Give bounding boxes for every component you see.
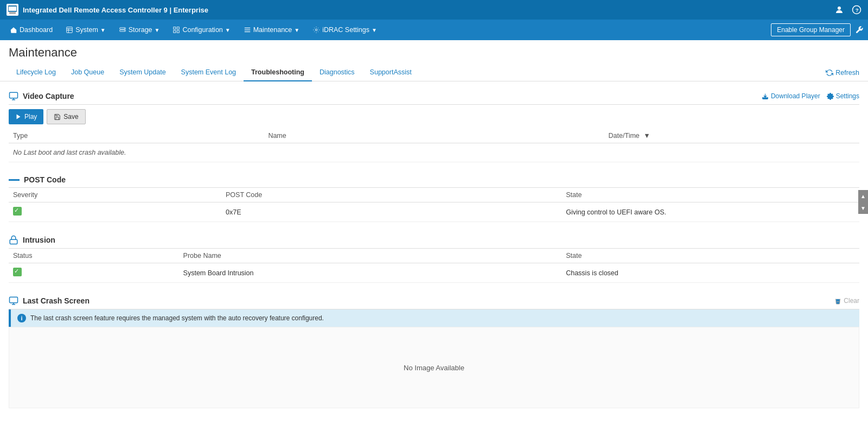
- page-title: Maintenance: [9, 46, 859, 60]
- svg-rect-17: [177, 30, 180, 33]
- intrusion-header: Intrusion: [9, 232, 859, 249]
- intrusion-title: Intrusion: [23, 236, 55, 244]
- nav-items: Dashboard System ▼ Storage ▼ Configurati…: [4, 20, 382, 40]
- top-bar: Integrated Dell Remote Access Controller…: [0, 0, 868, 20]
- svg-rect-16: [174, 30, 176, 33]
- video-capture-table: Type Name Date/Time ▼ No Last boot and l…: [9, 129, 859, 162]
- user-icon[interactable]: [834, 5, 844, 15]
- intrusion-probe: System Board Intrusion: [179, 263, 562, 283]
- nav-system[interactable]: System ▼: [60, 20, 111, 40]
- storage-icon: [119, 26, 126, 34]
- svg-rect-1: [9, 12, 16, 14]
- idrac-dropdown-icon: ▼: [372, 27, 377, 33]
- content-area: Video Capture Download Player Settings: [0, 81, 868, 424]
- post-code-title: POST Code: [24, 175, 66, 184]
- monitor-icon: [9, 91, 18, 101]
- col-postcode-header: POST Code: [221, 188, 561, 202]
- svg-rect-6: [67, 27, 73, 33]
- video-capture-buttons: Play Save: [9, 105, 859, 129]
- nav-bar: Dashboard System ▼ Storage ▼ Configurati…: [0, 20, 868, 40]
- clear-icon: [834, 298, 841, 305]
- video-capture-title: Video Capture: [23, 92, 74, 100]
- play-icon: [15, 113, 22, 120]
- no-image-label: No Image Available: [404, 364, 464, 372]
- download-player-link[interactable]: Download Player: [762, 92, 820, 100]
- col-datetime-header[interactable]: Date/Time ▼: [604, 129, 859, 143]
- col-type-header: Type: [9, 129, 264, 143]
- app-title: Integrated Dell Remote Access Controller…: [23, 6, 208, 14]
- refresh-icon: [826, 69, 833, 77]
- svg-point-21: [315, 29, 317, 31]
- settings-icon: [827, 93, 834, 100]
- download-icon: [762, 93, 769, 100]
- tab-job-queue[interactable]: Job Queue: [63, 64, 112, 81]
- top-bar-right: ?: [834, 5, 861, 15]
- nav-right: Enable Group Manager: [771, 23, 864, 36]
- system-dropdown-icon: ▼: [100, 27, 106, 33]
- save-button[interactable]: Save: [47, 109, 85, 124]
- tab-lifecycle-log[interactable]: Lifecycle Log: [9, 64, 63, 81]
- svg-point-13: [124, 30, 125, 31]
- nav-idrac[interactable]: iDRAC Settings ▼: [307, 20, 382, 40]
- scroll-up-button[interactable]: ▲: [858, 190, 868, 202]
- post-code-value: 0x7E: [221, 202, 561, 222]
- last-crash-title: Last Crash Screen: [23, 296, 90, 305]
- post-code-icon: [9, 179, 20, 181]
- col-status-header: Status: [9, 249, 179, 263]
- nav-maintenance[interactable]: Maintenance ▼: [238, 20, 305, 40]
- nav-configuration[interactable]: Configuration ▼: [167, 20, 235, 40]
- svg-rect-2: [9, 7, 16, 11]
- svg-rect-15: [177, 27, 180, 29]
- tabs-bar: Lifecycle Log Job Queue System Update Sy…: [0, 64, 868, 81]
- maintenance-dropdown-icon: ▼: [294, 27, 299, 33]
- config-dropdown-icon: ▼: [225, 27, 231, 33]
- help-icon[interactable]: ?: [852, 5, 861, 15]
- tab-diagnostics[interactable]: Diagnostics: [312, 64, 362, 81]
- play-button[interactable]: Play: [9, 109, 43, 124]
- tab-system-update[interactable]: System Update: [112, 64, 173, 81]
- svg-text:?: ?: [856, 7, 859, 13]
- post-code-severity: [9, 202, 221, 222]
- app-logo: [7, 4, 18, 16]
- tab-system-event-log[interactable]: System Event Log: [174, 64, 244, 81]
- sort-icon[interactable]: ▼: [643, 132, 650, 140]
- svg-rect-22: [10, 92, 18, 98]
- video-capture-header-right: Download Player Settings: [762, 92, 859, 100]
- intrusion-header-left: Intrusion: [9, 235, 55, 245]
- scroll-buttons: ▲ ▼: [858, 190, 868, 214]
- last-crash-section: Last Crash Screen Clear i The last crash…: [9, 293, 859, 408]
- status-check-icon: [13, 268, 22, 276]
- svg-rect-29: [10, 297, 18, 303]
- refresh-button[interactable]: Refresh: [826, 69, 859, 77]
- tab-supportassist[interactable]: SupportAssist: [362, 64, 419, 81]
- save-icon: [54, 113, 61, 121]
- nav-storage[interactable]: Storage ▼: [113, 20, 165, 40]
- last-crash-header: Last Crash Screen Clear: [9, 293, 859, 309]
- last-crash-header-left: Last Crash Screen: [9, 296, 90, 306]
- last-crash-header-right: Clear: [834, 297, 859, 305]
- intrusion-section: Intrusion Status Probe Name State System…: [9, 232, 859, 283]
- video-capture-section: Video Capture Download Player Settings: [9, 88, 859, 162]
- enable-group-manager-button[interactable]: Enable Group Manager: [771, 23, 851, 36]
- tab-troubleshooting[interactable]: Troubleshooting: [244, 64, 312, 81]
- nav-dashboard[interactable]: Dashboard: [4, 20, 58, 40]
- table-icon: [66, 26, 73, 34]
- last-crash-info-box: i The last crash screen feature requires…: [9, 309, 859, 327]
- empty-message: No Last boot and last crash available.: [9, 143, 859, 162]
- col-probe-header: Probe Name: [179, 249, 562, 263]
- intrusion-row: System Board Intrusion Chassis is closed: [9, 263, 859, 283]
- clear-link[interactable]: Clear: [834, 297, 859, 305]
- intrusion-state: Chassis is closed: [561, 263, 859, 283]
- idrac-gear-icon: [312, 26, 320, 34]
- no-image-area: No Image Available: [9, 327, 859, 408]
- tabs-list: Lifecycle Log Job Queue System Update Sy…: [9, 64, 419, 81]
- info-icon: i: [17, 314, 26, 322]
- settings-link[interactable]: Settings: [827, 92, 859, 100]
- main-content: Maintenance Lifecycle Log Job Queue Syst…: [0, 40, 868, 424]
- wrench-icon[interactable]: [855, 26, 864, 34]
- scroll-down-button[interactable]: ▼: [858, 202, 868, 214]
- last-crash-monitor-icon: [9, 296, 18, 306]
- post-code-section: POST Code Severity POST Code State 0x7E …: [9, 172, 859, 222]
- lines-icon: [244, 26, 251, 34]
- col-state-header: State: [561, 188, 859, 202]
